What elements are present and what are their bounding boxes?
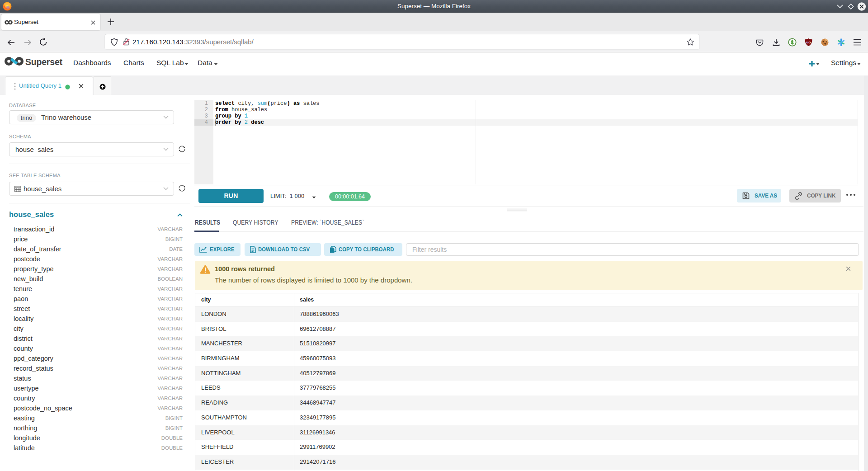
svg-text:uo: uo <box>807 40 811 44</box>
